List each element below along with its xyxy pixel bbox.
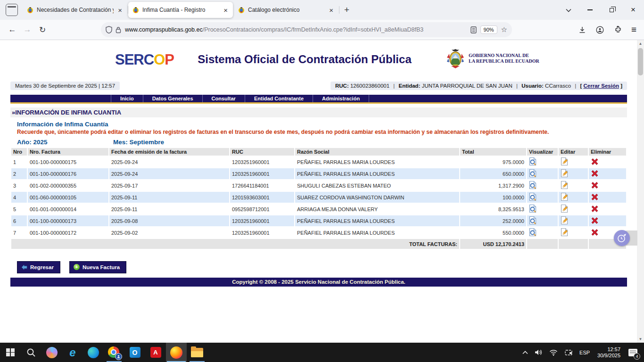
view-icon[interactable]	[529, 181, 537, 190]
delete-icon[interactable]	[591, 170, 599, 178]
volume-icon[interactable]	[531, 343, 546, 362]
edit-icon[interactable]	[561, 216, 568, 226]
tray-chevron-icon[interactable]	[519, 343, 531, 362]
edit-icon[interactable]	[561, 157, 568, 167]
start-button[interactable]	[0, 343, 21, 362]
cell-nro: 3	[11, 180, 27, 191]
chrome-button[interactable]	[104, 343, 124, 362]
edit-icon[interactable]	[561, 169, 568, 179]
list-all-tabs-icon[interactable]	[558, 6, 579, 14]
page-scrollbar[interactable]: ▲ ▼	[637, 40, 644, 343]
breadcrumb-title: INFORMACIÓN DE INFIMA CUANTIA	[15, 109, 121, 116]
cell-total: 8,325.9513	[460, 204, 526, 214]
tab-close-icon[interactable]: ×	[222, 6, 229, 14]
forward-icon[interactable]: →	[20, 22, 35, 37]
notification-center-button[interactable]: 4	[625, 343, 644, 362]
menu-item-consultar[interactable]: Consultar	[202, 95, 245, 102]
edit-icon[interactable]	[561, 181, 568, 190]
edit-icon[interactable]	[561, 204, 568, 214]
tab-infima-cuantia[interactable]: Infima Cuantía - Registro ×	[128, 2, 233, 18]
scroll-down-icon[interactable]: ▼	[637, 336, 644, 343]
tab-necesidades[interactable]: Necesidades de Contratación y ×	[23, 2, 127, 18]
clock-widget-button[interactable]	[614, 230, 630, 246]
new-tab-button[interactable]: +	[339, 4, 354, 16]
view-icon[interactable]	[529, 228, 537, 238]
gov-text-line2: LA REPUBLICA DEL ECUADOR	[469, 58, 539, 64]
menu-item-datos-generales[interactable]: Datos Generales	[143, 95, 202, 102]
ie-icon: e	[69, 346, 75, 359]
delete-icon[interactable]	[591, 229, 599, 237]
view-icon[interactable]	[529, 192, 537, 202]
restore-button[interactable]	[601, 0, 622, 20]
url-input[interactable]: www.compraspublicas.gob.ec/ProcesoContra…	[101, 22, 512, 37]
edit-icon[interactable]	[561, 192, 568, 202]
lock-icon[interactable]	[116, 26, 121, 33]
ecuador-coat-of-arms-icon	[446, 48, 465, 69]
view-icon[interactable]	[529, 204, 537, 214]
scrollbar-thumb[interactable]	[638, 48, 643, 75]
downloads-icon[interactable]	[575, 22, 590, 37]
tab-close-icon[interactable]: ×	[116, 6, 124, 14]
cell-factura: 001-060-000000105	[28, 192, 108, 203]
delete-icon[interactable]	[591, 205, 599, 214]
language-indicator[interactable]: ESP	[576, 343, 593, 362]
col-total: Total	[460, 148, 526, 156]
delete-icon[interactable]	[591, 181, 599, 190]
bookmark-star-icon[interactable]: ☆	[501, 25, 507, 34]
account-icon[interactable]	[593, 22, 608, 37]
table-row: 6001-100-0000001732025-09-08120325196000…	[11, 215, 626, 226]
shield-icon[interactable]	[106, 26, 112, 33]
file-explorer-button[interactable]	[187, 343, 207, 362]
menu-icon[interactable]: ≡	[628, 25, 639, 35]
search-icon	[26, 348, 36, 357]
delete-icon[interactable]	[591, 217, 599, 225]
browser-tab-bar: Necesidades de Contratación y × Infima C…	[0, 0, 644, 20]
regresar-button[interactable]: Regresar	[17, 261, 60, 273]
windows-taskbar: e O A ESP 12:57 30/9/2025	[0, 343, 644, 362]
clock[interactable]: 12:57 30/9/2025	[593, 346, 625, 359]
acrobat-button[interactable]: A	[145, 343, 166, 362]
zoom-level-badge[interactable]: 90%	[480, 25, 497, 34]
tab-manager-icon[interactable]	[6, 4, 18, 16]
view-icon[interactable]	[529, 157, 537, 167]
connect-display-icon[interactable]	[561, 343, 576, 362]
cell-factura: 001-100-000000176	[28, 168, 108, 179]
cell-factura: 001-100-000000172	[28, 227, 108, 238]
view-icon[interactable]	[529, 216, 537, 226]
cell-total: 550.0000	[460, 227, 526, 238]
menu-item-entidad-contratante[interactable]: Entidad Contratante	[245, 95, 313, 102]
reader-view-icon[interactable]	[471, 26, 477, 33]
firefox-button[interactable]	[166, 343, 187, 362]
menu-item-inicio[interactable]: Inicio	[111, 95, 143, 102]
tab-close-icon[interactable]: ×	[328, 6, 335, 14]
search-button[interactable]	[21, 343, 41, 362]
delete-icon[interactable]	[591, 193, 599, 202]
copilot-button[interactable]	[41, 343, 62, 362]
minimize-button[interactable]	[579, 0, 601, 20]
edit-icon[interactable]	[561, 228, 568, 238]
internet-explorer-button[interactable]: e	[62, 343, 83, 362]
back-icon[interactable]: ←	[5, 22, 20, 37]
reload-icon[interactable]: ↻	[35, 22, 50, 37]
table-row: 2001-100-0000001762025-09-24120325196000…	[11, 168, 626, 179]
logout-link[interactable]: Cerrar Sesión	[584, 83, 619, 89]
cell-total: 1,317.2900	[460, 180, 526, 191]
gov-text-line1: GOBIERNO NACIONAL DE	[469, 53, 539, 58]
scroll-up-icon[interactable]: ▲	[637, 40, 644, 47]
cell-ruc: 1726641184001	[230, 180, 294, 191]
view-icon[interactable]	[529, 169, 537, 179]
menu-item-administracion[interactable]: Administración	[313, 95, 369, 102]
breadcrumb: »INFORMACIÓN DE INFIMA CUANTIA	[10, 107, 627, 117]
outlook-button[interactable]: O	[124, 343, 145, 362]
table-header-row: Nro Nro. Factura Fecha de emisión de la …	[11, 148, 626, 156]
col-eliminar: Eliminar	[589, 148, 626, 156]
cell-fecha: 2025-09-02	[109, 227, 229, 238]
close-window-button[interactable]: ×	[622, 0, 644, 20]
delete-icon[interactable]	[591, 158, 599, 166]
edge-button[interactable]	[83, 343, 104, 362]
extensions-puzzle-icon[interactable]	[611, 22, 626, 37]
col-ruc: RUC	[230, 148, 294, 156]
wifi-icon[interactable]	[546, 343, 561, 362]
tab-catalogo[interactable]: Catálogo electrónico ×	[234, 2, 339, 18]
nueva-factura-button[interactable]: + Nueva Factura	[69, 261, 126, 273]
